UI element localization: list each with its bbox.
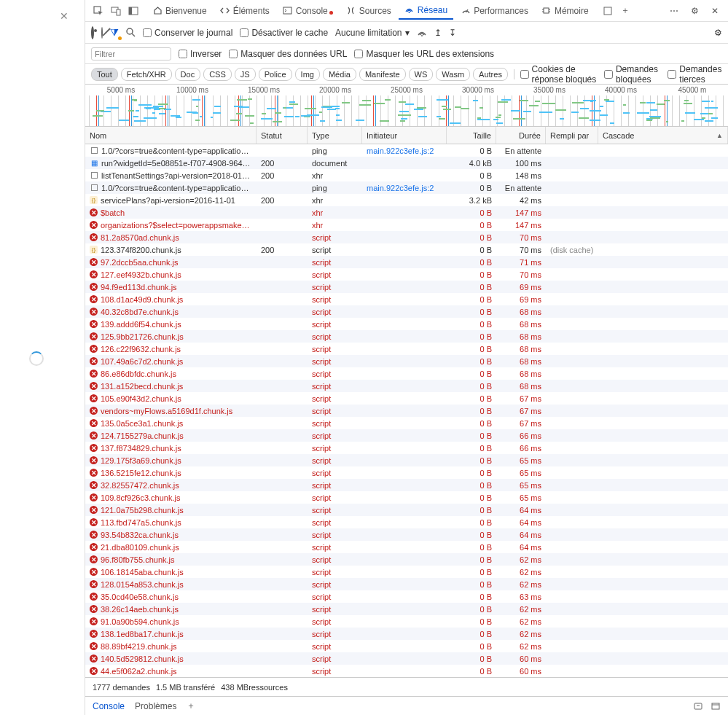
tab-console[interactable]: Console — [277, 3, 339, 19]
table-row[interactable]: ✕137.f8734829.chunk.jsscript0 B66 ms — [85, 442, 728, 454]
close-devtools-icon[interactable]: ✕ — [708, 4, 722, 18]
table-row[interactable]: ✕93.54b832ca.chunk.jsscript0 B64 ms — [85, 528, 728, 541]
drawer-issues-icon[interactable] — [693, 701, 703, 711]
close-icon[interactable]: ✕ — [60, 10, 69, 22]
header-duration[interactable]: Durée — [496, 127, 546, 144]
table-row[interactable]: ✕108.d1ac49d9.chunk.jsscript0 B69 ms — [85, 293, 728, 305]
table-row[interactable]: ✕135.0a5ce3a1.chunk.jsscript0 B67 ms — [85, 417, 728, 429]
table-row[interactable]: 1.0/?cors=true&content-type=application/… — [85, 144, 728, 157]
header-initiator[interactable]: Initiateur — [362, 127, 447, 144]
table-row[interactable]: ✕129.175f3a69.chunk.jsscript0 B65 ms — [85, 454, 728, 466]
header-name[interactable]: Nom — [85, 127, 257, 144]
type-pill-manifeste[interactable]: Manifeste — [359, 68, 406, 81]
table-row[interactable]: ✕131.a152becd.chunk.jsscript0 B68 ms — [85, 380, 728, 392]
disable-cache-checkbox[interactable]: Désactiver le cache — [240, 28, 328, 38]
table-row[interactable]: ✕vendors~myFlows.a5169d1f.chunk.jsscript… — [85, 405, 728, 417]
hide-data-urls-checkbox[interactable]: Masquer des données URL — [229, 49, 347, 59]
table-row[interactable]: ✕44.e5f062a2.chunk.jsscript0 B60 ms — [85, 665, 728, 677]
table-row[interactable]: ✕91.0a90b594.chunk.jsscript0 B62 ms — [85, 615, 728, 628]
network-conditions-icon[interactable] — [417, 28, 427, 38]
network-timeline[interactable]: 5000 ms10000 ms15000 ms20000 ms25000 ms3… — [85, 85, 728, 127]
header-cascade[interactable]: Cascade▲ — [598, 127, 728, 144]
table-row[interactable]: ✕40.32c8bd7e.chunk.jsscript0 B68 ms — [85, 305, 728, 318]
table-row[interactable]: ✕127.eef4932b.chunk.jsscript0 B70 ms — [85, 268, 728, 281]
download-har-icon[interactable]: ↧ — [449, 28, 456, 38]
blocked-requests-checkbox[interactable]: Demandes bloquées — [604, 64, 665, 85]
table-row[interactable]: ✕128.0154a853.chunk.jsscript0 B62 ms — [85, 578, 728, 590]
third-party-checkbox[interactable]: Demandes tierces — [668, 64, 722, 85]
table-row[interactable]: ✕126.c22f9632.chunk.jsscript0 B68 ms — [85, 343, 728, 355]
type-pill-fetch-xhr[interactable]: Fetch/XHR — [121, 68, 172, 81]
tab-mémoire[interactable]: Mémoire — [536, 3, 595, 19]
header-status[interactable]: Statut — [257, 127, 308, 144]
table-row[interactable]: ✕81.2a8570ad.chunk.jsscript0 B70 ms — [85, 231, 728, 243]
tab-éléments[interactable]: Éléments — [214, 3, 275, 19]
drawer-tab-problems[interactable]: Problèmes — [135, 701, 176, 711]
table-row[interactable]: {}123.374f8200.chunk.js200script0 B70 ms… — [85, 243, 728, 256]
type-pill-doc[interactable]: Doc — [175, 68, 201, 81]
type-pill-ws[interactable]: WS — [409, 68, 434, 81]
table-row[interactable]: ▦run?widgetId=5e08851e-f707-4908-9645-8…… — [85, 157, 728, 169]
table-row[interactable]: ✕124.7155279a.chunk.jsscript0 B66 ms — [85, 429, 728, 442]
network-table[interactable]: 1.0/?cors=true&content-type=application/… — [85, 144, 728, 677]
network-settings-icon[interactable]: ⚙ — [714, 28, 722, 38]
table-row[interactable]: 1.0/?cors=true&content-type=application/… — [85, 181, 728, 194]
table-row[interactable]: ✕105.e90f43d2.chunk.jsscript0 B67 ms — [85, 392, 728, 405]
dock-side-icon[interactable] — [126, 4, 141, 18]
type-pill-css[interactable]: CSS — [203, 68, 232, 81]
drawer-tab-console[interactable]: Console — [93, 701, 125, 711]
table-row[interactable]: ✕136.5215fe12.chunk.jsscript0 B65 ms — [85, 466, 728, 479]
request-initiator[interactable]: main.922c3efe.js:2 — [362, 146, 447, 155]
table-row[interactable]: ✕96.f80fb755.chunk.jsscript0 B62 ms — [85, 553, 728, 566]
table-row[interactable]: ✕97.2dccb5aa.chunk.jsscript0 B71 ms — [85, 256, 728, 268]
blocked-response-cookies-checkbox[interactable]: Cookies de réponse bloqués — [520, 64, 601, 85]
table-row[interactable]: ✕88.89bf4219.chunk.jsscript0 B62 ms — [85, 640, 728, 652]
table-row[interactable]: ✕38.26c14aeb.chunk.jsscript0 B62 ms — [85, 603, 728, 615]
type-pill-média[interactable]: Média — [323, 68, 356, 81]
tab-bienvenue[interactable]: Bienvenue — [146, 3, 213, 19]
table-row[interactable]: ✕113.fbd747a5.chunk.jsscript0 B64 ms — [85, 516, 728, 528]
table-row[interactable]: ✕35.0cd40e58.chunk.jsscript0 B63 ms — [85, 590, 728, 603]
type-pill-police[interactable]: Police — [259, 68, 292, 81]
hide-ext-urls-checkbox[interactable]: Masquer les URL des extensions — [354, 49, 494, 59]
table-row[interactable]: ✕140.5d529812.chunk.jsscript0 B60 ms — [85, 652, 728, 665]
tab-performances[interactable]: Performances — [455, 3, 534, 19]
table-row[interactable]: {}servicePlans?api-version=2016-11-01200… — [85, 194, 728, 206]
drawer-close-icon[interactable] — [711, 701, 721, 711]
throttling-select[interactable]: Aucune limitation ▾ — [335, 28, 409, 38]
table-row[interactable]: ✕106.18145aba.chunk.jsscript0 B62 ms — [85, 566, 728, 578]
filter-toggle-icon[interactable]: ⧩ — [110, 26, 119, 39]
type-pill-autres[interactable]: Autres — [473, 68, 508, 81]
header-filled-by[interactable]: Rempli par — [546, 127, 598, 144]
add-drawer-tab-icon[interactable]: ＋ — [187, 700, 195, 712]
table-row[interactable]: ✕107.49a6c7d2.chunk.jsscript0 B68 ms — [85, 355, 728, 367]
type-pill-wasm[interactable]: Wasm — [436, 68, 470, 81]
table-row[interactable]: ✕121.0a75b298.chunk.jsscript0 B64 ms — [85, 504, 728, 516]
preserve-log-checkbox[interactable]: Conserver le journal — [143, 28, 232, 38]
table-row[interactable]: ✕94.f9ed113d.chunk.jsscript0 B69 ms — [85, 281, 728, 293]
table-row[interactable]: ✕organizations?$select=powerappsmakerbot… — [85, 219, 728, 231]
table-row[interactable]: ✕125.9bb21726.chunk.jsscript0 B68 ms — [85, 330, 728, 343]
table-row[interactable]: ✕138.1ed8ba17.chunk.jsscript0 B62 ms — [85, 628, 728, 640]
type-pill-img[interactable]: Img — [295, 68, 320, 81]
request-initiator[interactable]: main.922c3efe.js:2 — [362, 184, 447, 192]
type-pill-tout[interactable]: Tout — [91, 68, 118, 81]
search-icon[interactable] — [126, 28, 136, 37]
table-row[interactable]: ✕32.82557472.chunk.jsscript0 B65 ms — [85, 479, 728, 491]
more-options-icon[interactable]: ⋯ — [667, 4, 681, 18]
table-row[interactable]: ✕109.8cf926c3.chunk.jsscript0 B65 ms — [85, 491, 728, 504]
tab-réseau[interactable]: Réseau — [399, 2, 453, 20]
table-row[interactable]: ✕$batchxhr0 B147 ms — [85, 206, 728, 219]
add-tab-icon[interactable]: ＋ — [618, 4, 633, 18]
table-row[interactable]: ✕21.dba80109.chunk.jsscript0 B64 ms — [85, 541, 728, 553]
table-row[interactable]: ✕86.e86dbfdc.chunk.jsscript0 B68 ms — [85, 367, 728, 380]
filter-input[interactable] — [91, 47, 171, 60]
tab-sources[interactable]: Sources — [340, 3, 397, 19]
record-icon[interactable] — [91, 28, 94, 38]
header-size[interactable]: Taille — [447, 127, 496, 144]
clear-icon[interactable] — [101, 28, 103, 38]
inspect-element-icon[interactable] — [91, 4, 106, 18]
upload-har-icon[interactable]: ↥ — [434, 28, 442, 38]
table-row[interactable]: ✕139.addd6f54.chunk.jsscript0 B68 ms — [85, 318, 728, 330]
more-panel-icon[interactable] — [600, 4, 615, 18]
